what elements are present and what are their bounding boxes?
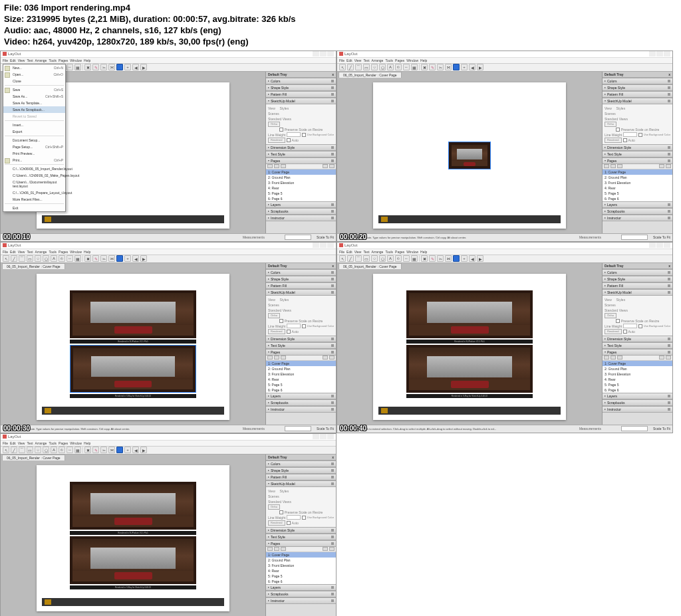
pin-icon[interactable] [331, 153, 334, 155]
maximize-button[interactable] [320, 51, 327, 56]
menu-view[interactable]: View [18, 58, 25, 62]
menu-tools[interactable]: Tools [49, 58, 57, 62]
line-weight-field[interactable] [287, 132, 300, 137]
page-list-view-button[interactable] [323, 164, 328, 168]
placed-render-2[interactable] [70, 536, 196, 584]
bg-color-checkbox[interactable] [302, 133, 306, 137]
menu-item-save-as[interactable]: Save As...Ctrl+Shift+S [3, 93, 65, 100]
page-item-front[interactable]: 3: Front Elevation [266, 180, 336, 185]
page-del-button[interactable] [281, 164, 286, 168]
document-page[interactable]: Rendered in SUPodium V2.5 Plu5 Rendered … [373, 274, 566, 420]
page-item-5[interactable]: 5: Page 5 [266, 191, 336, 196]
menu-item-print[interactable]: Print...Ctrl+P [3, 157, 65, 163]
document-page[interactable] [373, 82, 566, 229]
tool-table[interactable]: ▦ [74, 64, 81, 70]
measurements-field[interactable] [285, 235, 311, 240]
menu-item-preview[interactable]: Print Preview... [3, 150, 65, 157]
su-ortho-button[interactable]: Ortho [268, 122, 280, 127]
menu-item-export[interactable]: Export [3, 128, 65, 135]
pin-icon[interactable] [331, 93, 334, 96]
tool-split[interactable]: ✂ [100, 64, 107, 70]
menu-text[interactable]: Text [27, 58, 33, 62]
menu-edit[interactable]: Edit [10, 58, 16, 62]
canvas[interactable] [337, 72, 602, 233]
su-styles-tab[interactable]: Styles [280, 106, 289, 110]
menu-item-docsetup[interactable]: Document Setup... [3, 137, 65, 144]
pin-icon[interactable] [331, 100, 334, 102]
panel-text-style[interactable]: Text Style [266, 151, 336, 157]
placed-render-1[interactable] [70, 290, 196, 338]
tool-prev[interactable]: ◀ [132, 64, 139, 70]
rendered-button[interactable]: Rendered [268, 138, 285, 143]
pin-icon[interactable] [331, 203, 334, 206]
panel-colors[interactable]: Colors [266, 78, 336, 84]
menu-item-close[interactable]: Close [3, 78, 65, 84]
tool-join[interactable]: ⫘ [108, 64, 115, 70]
menu-item-recent-3[interactable]: C:\Users\...\Documents\layout test.layou… [3, 179, 65, 189]
document-tab[interactable]: 06_05_Import_Render : Cover Page [339, 72, 402, 78]
page-item-cover[interactable]: 1: Cover Page [266, 169, 336, 175]
menu-item-recent-2[interactable]: C:\Users\...\Ch06\06_02_Make_Pages.layou… [3, 172, 65, 179]
menu-item-recent-4[interactable]: C:\...\Ch06_01_Prepare_Layout_t.layout [3, 189, 65, 196]
panel-instructor[interactable]: Instructor [266, 215, 336, 221]
canvas[interactable]: Rendered in SUPodium V2.5 Plu5 Rendered … [1, 455, 265, 616]
panel-dimension-style[interactable]: Dimension Style [266, 144, 336, 151]
tray-header[interactable]: Default Trayx [266, 72, 336, 78]
pin-icon[interactable] [331, 146, 334, 149]
pin-icon[interactable] [331, 217, 334, 219]
menu-arrange[interactable]: Arrange [35, 58, 47, 62]
placed-render-2[interactable] [406, 345, 533, 393]
menu-item-recent-1[interactable]: C:\...\Ch06\06_05_Import_Render.layout [3, 165, 65, 172]
document-page[interactable]: Rendered in SUPodium V2.5 Plu5 Rendered … [37, 274, 229, 420]
pin-icon[interactable] [331, 159, 334, 162]
tool-next[interactable]: ▶ [140, 64, 147, 70]
auto-checkbox[interactable] [287, 138, 291, 142]
menu-item-save-template[interactable]: Save As Template... [3, 100, 65, 106]
tray-close-icon[interactable]: x [332, 72, 334, 76]
page-dup-button[interactable] [274, 164, 279, 168]
pin-icon[interactable] [331, 80, 334, 82]
canvas[interactable]: Rendered in SUPodium V2.5 Plu5 Rendered … [337, 263, 602, 425]
panel-pages[interactable]: Pages [266, 157, 336, 164]
menu-item-revert[interactable]: Revert to Saved [3, 113, 65, 120]
minimize-button[interactable] [313, 51, 319, 56]
page-item-6[interactable]: 6: Page 6 [266, 196, 336, 201]
tool-addpage[interactable]: + [124, 64, 131, 70]
canvas[interactable]: Rendered in SUPodium V2.5 Plu5 Rendered … [1, 263, 265, 425]
menu-help[interactable]: Help [84, 58, 90, 62]
pin-icon[interactable] [331, 86, 334, 89]
pin-icon[interactable] [331, 210, 334, 213]
tool-erase[interactable]: ✖ [84, 64, 91, 70]
su-view-tab[interactable]: View [268, 106, 275, 110]
menu-item-pagesetup[interactable]: Page Setup...Ctrl+Shift+P [3, 144, 65, 150]
tool-style[interactable]: ✎ [92, 64, 99, 70]
menu-pages[interactable]: Pages [59, 58, 68, 62]
page-item-rear[interactable]: 4: Rear [266, 185, 336, 191]
menu-file[interactable]: File [3, 58, 8, 62]
panel-shape-style[interactable]: Shape Style [266, 84, 336, 91]
menu-item-new[interactable]: New...Ctrl+N [3, 64, 65, 71]
placed-render-small[interactable] [448, 142, 491, 169]
menu-item-more-recent[interactable]: More Recent Files... [3, 196, 65, 203]
tool-dim[interactable]: ↔ [67, 64, 73, 70]
menu-item-insert[interactable]: Insert... [3, 122, 65, 128]
panel-layers[interactable]: Layers [266, 201, 336, 208]
menu-window[interactable]: Window [70, 58, 82, 62]
document-page[interactable]: Rendered in SUPodium V2.5 Plu5 Rendered … [37, 465, 229, 611]
close-button[interactable] [327, 51, 334, 56]
panel-pattern-fill[interactable]: Pattern Fill [266, 91, 336, 98]
page-add-button[interactable] [267, 164, 273, 168]
preserve-scale-checkbox[interactable] [279, 128, 283, 132]
panel-scrapbooks[interactable]: Scrapbooks [266, 208, 336, 215]
placed-render-1[interactable] [406, 290, 533, 338]
menu-item-save[interactable]: SaveCtrl+S [3, 86, 65, 93]
placed-render-2-selected[interactable] [70, 345, 196, 393]
menu-item-save-scrapbook[interactable]: Save As Scrapbook... [3, 106, 65, 113]
page-thumb-view-button[interactable] [329, 164, 335, 168]
zoom-label[interactable]: Scale To Fit [317, 235, 334, 239]
placed-render-1[interactable] [70, 482, 196, 530]
panel-sketchup-model[interactable]: SketchUp Model [266, 98, 336, 104]
page-item-ground[interactable]: 2: Ground Plan [266, 175, 336, 180]
tool-present[interactable] [116, 64, 123, 70]
menu-item-open[interactable]: Open...Ctrl+O [3, 71, 65, 78]
